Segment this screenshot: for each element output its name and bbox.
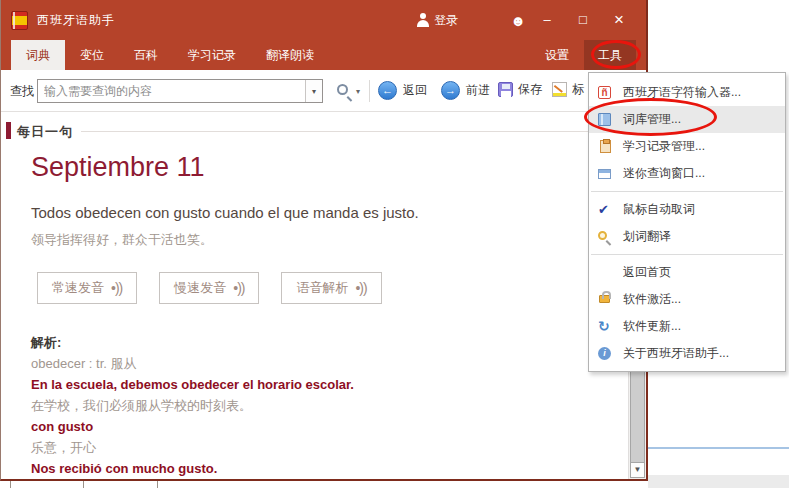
analysis-line: con gusto <box>31 416 354 437</box>
menu-item-label: 软件更新... <box>623 319 681 333</box>
sound-icon: •)) <box>355 280 366 296</box>
save-button[interactable]: 保存 <box>498 81 542 98</box>
forward-button[interactable]: → 前进 <box>441 81 490 100</box>
menu-item-label: 软件激活... <box>623 292 681 306</box>
menu-item-label: 鼠标自动取词 <box>623 202 695 216</box>
speech-analysis-button[interactable]: 语音解析 •)) <box>281 272 381 304</box>
highlighter-icon <box>552 82 567 97</box>
enye-icon: ñ <box>598 86 611 99</box>
slow-speed-pronounce-button[interactable]: 慢速发音 •)) <box>159 272 259 304</box>
info-icon: i <box>598 347 611 360</box>
tab-encyclopedia[interactable]: 百科 <box>119 40 173 70</box>
menu-item-study-record-manager[interactable]: 学习记录管理... <box>589 133 785 160</box>
app-logo-icon <box>11 11 28 30</box>
menu-item-update[interactable]: ↻ 软件更新... <box>589 313 785 340</box>
save-label: 保存 <box>518 81 542 98</box>
menu-item-char-input[interactable]: ñ 西班牙语字符输入器... <box>589 79 785 106</box>
sound-icon: •)) <box>233 280 244 296</box>
annotate-button[interactable]: 标 <box>552 81 584 98</box>
magnifier-icon <box>598 231 607 240</box>
back-label: 返回 <box>403 82 427 99</box>
normal-speed-label: 常速发音 <box>52 279 104 297</box>
annotate-label: 标 <box>572 81 584 98</box>
forward-label: 前进 <box>466 82 490 99</box>
tab-dictionary[interactable]: 词典 <box>11 40 65 70</box>
menu-item-label: 迷你查询窗口... <box>623 166 705 180</box>
menu-item-selection-translate[interactable]: 划词翻译 <box>589 223 785 250</box>
chinese-translation: 领导指挥得好，群众干活也笑。 <box>31 231 213 249</box>
menu-item-label: 划词翻译 <box>623 229 671 243</box>
app-window: 西班牙语助手 登录 ☻ – □ × 词典 变位 百科 学习记录 翻译朗读 设置 … <box>0 0 648 481</box>
background-gray-area <box>648 475 789 488</box>
find-label: 查找 <box>10 83 34 100</box>
section-divider <box>81 131 619 132</box>
slow-speed-label: 慢速发音 <box>174 279 226 297</box>
menu-item-activate[interactable]: 软件激活... <box>589 286 785 313</box>
toolbar: 查找 ▾ ▾ ← 返回 → 前进 保存 标 <box>1 70 646 112</box>
analysis-block: 解析: obedecer : tr. 服从 En la escuela, deb… <box>31 332 354 479</box>
sound-icon: •)) <box>111 280 122 296</box>
search-box: ▾ <box>37 79 323 103</box>
back-icon: ← <box>378 81 397 100</box>
lock-icon <box>599 295 610 303</box>
tab-study-record[interactable]: 学习记录 <box>173 40 251 70</box>
menu-item-mini-window[interactable]: 迷你查询窗口... <box>589 160 785 187</box>
section-accent-bar <box>6 122 11 139</box>
login-label: 登录 <box>434 12 458 29</box>
menu-item-about[interactable]: i 关于西班牙语助手... <box>589 340 785 367</box>
statusbar-divider <box>157 481 158 488</box>
toolbar-separator <box>369 80 370 102</box>
mini-window-icon <box>598 169 611 179</box>
search-icon[interactable] <box>337 84 348 95</box>
titlebar: 西班牙语助手 登录 ☻ – □ × <box>1 0 646 40</box>
search-options-caret-icon[interactable]: ▾ <box>356 87 360 96</box>
settings-button[interactable]: 设置 <box>530 40 584 70</box>
tools-button[interactable]: 工具 <box>584 40 636 70</box>
statusbar-divider <box>10 481 11 488</box>
date-heading: Septiembre 11 <box>31 152 205 183</box>
feedback-smiley-icon[interactable]: ☻ <box>510 13 526 28</box>
tab-translate-read[interactable]: 翻译朗读 <box>251 40 329 70</box>
tabbar: 词典 变位 百科 学习记录 翻译朗读 设置 工具 <box>1 40 646 70</box>
menu-separator <box>591 254 783 255</box>
menu-item-label: 返回首页 <box>623 265 671 279</box>
back-button[interactable]: ← 返回 <box>378 81 427 100</box>
spanish-sentence: Todos obedecen con gusto cuando el que m… <box>31 204 419 221</box>
maximize-button[interactable]: □ <box>568 0 598 40</box>
menu-item-label: 关于西班牙语助手... <box>623 346 729 360</box>
speech-analysis-label: 语音解析 <box>296 279 348 297</box>
login-button[interactable]: 登录 <box>416 12 458 29</box>
scrollbar-down-button[interactable]: ▼ <box>630 462 645 478</box>
analysis-line: obedecer : tr. 服从 <box>31 353 354 374</box>
minimize-button[interactable]: – <box>532 0 562 40</box>
analysis-line: Nos recibió con mucho gusto. <box>31 458 354 479</box>
scrollbar-thumb[interactable] <box>630 370 645 463</box>
menu-item-mouse-capture[interactable]: ✔ 鼠标自动取词 <box>589 196 785 223</box>
analysis-title: 解析: <box>31 332 354 353</box>
tools-menu: ñ 西班牙语字符输入器... 词库管理... 学习记录管理... 迷你查询窗口.… <box>588 72 786 372</box>
analysis-line: 在学校，我们必须服从学校的时刻表。 <box>31 395 354 416</box>
content-area: 每日一句 Septiembre 11 Todos obedecen con gu… <box>1 112 646 479</box>
normal-speed-pronounce-button[interactable]: 常速发音 •)) <box>37 272 137 304</box>
save-icon <box>498 82 513 97</box>
menu-item-label: 西班牙语字符输入器... <box>623 85 741 99</box>
menu-item-label: 词库管理... <box>623 112 681 126</box>
desktop: 西班牙语助手 登录 ☻ – □ × 词典 变位 百科 学习记录 翻译朗读 设置 … <box>0 0 789 488</box>
background-window-edge <box>645 447 789 449</box>
daily-sentence-title: 每日一句 <box>17 123 73 141</box>
menu-item-label: 学习记录管理... <box>623 139 705 153</box>
forward-icon: → <box>441 81 460 100</box>
menu-item-dictionary-manager[interactable]: 词库管理... <box>589 106 785 133</box>
refresh-icon: ↻ <box>598 320 611 333</box>
search-input[interactable] <box>38 80 305 102</box>
close-button[interactable]: × <box>604 0 634 40</box>
clipboard-icon <box>600 140 611 153</box>
tab-conjugation[interactable]: 变位 <box>65 40 119 70</box>
search-history-dropdown[interactable]: ▾ <box>305 80 322 102</box>
user-icon <box>416 13 430 27</box>
check-icon: ✔ <box>598 203 611 216</box>
window-title: 西班牙语助手 <box>37 12 115 29</box>
menu-separator <box>591 191 783 192</box>
menu-item-home[interactable]: 返回首页 <box>589 259 785 286</box>
statusbar-divider <box>83 481 84 488</box>
